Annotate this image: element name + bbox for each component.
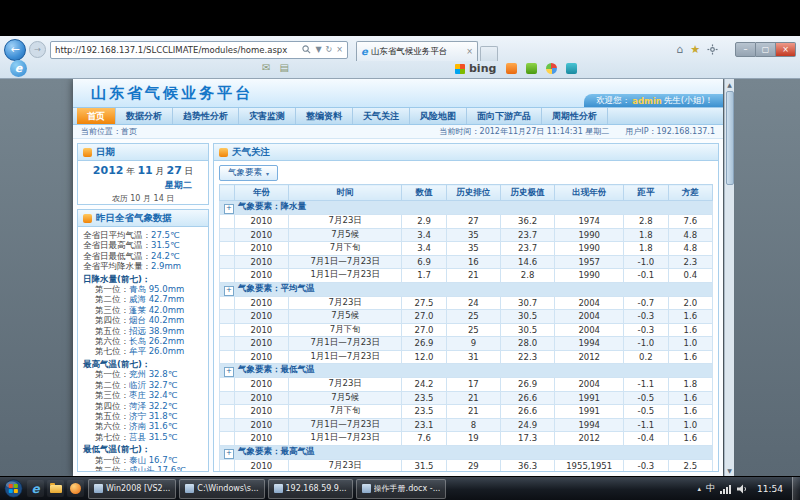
sun-icon — [219, 148, 228, 157]
table-row[interactable]: 20107月5候3.43523.719901.84.8 — [220, 228, 713, 242]
table-row[interactable]: 20107月23日24.21726.92004-1.11.8 — [220, 378, 713, 392]
media-shape — [70, 483, 81, 494]
date-panel-header: 日期 — [78, 144, 208, 161]
taskbar-button-1[interactable]: Win2008 [VS2... — [88, 479, 176, 499]
search-icon[interactable] — [302, 45, 311, 54]
weather-focus-panel: 天气关注 气象要素 ▾ 年份时间数值历史排位历史极值出现年份距平方 — [213, 143, 719, 472]
table-column-header: 历史极值 — [500, 185, 554, 201]
forward-button[interactable]: → — [29, 41, 46, 58]
ranking-value: 济宁 31.8℃ — [129, 411, 177, 421]
table-cell: -0.7 — [624, 296, 668, 310]
taskbar-button-2[interactable]: C:\Windows\s... — [179, 479, 264, 499]
pinwheel-icon[interactable] — [546, 63, 557, 74]
bing-label: bing — [469, 62, 496, 75]
nav-item-8[interactable]: 面向下游产品 — [467, 108, 542, 124]
close-button[interactable]: × — [776, 42, 796, 57]
mail-icon[interactable]: ✉ — [262, 63, 270, 73]
current-time-label: 当前时间：2012年11月27日 11:14:31 星期二 — [440, 126, 610, 137]
start-button[interactable] — [3, 479, 23, 499]
minimize-button[interactable]: – — [735, 42, 756, 57]
nav-item-9[interactable]: 周期性分析 — [542, 108, 608, 124]
refresh-icon[interactable]: ↻ — [326, 45, 333, 54]
table-row[interactable]: 20107月5候23.52126.61991-0.51.6 — [220, 391, 713, 405]
page-scrollbar[interactable]: ▲ ▼ — [724, 79, 734, 476]
table-row[interactable]: 20107月下旬3.43523.719901.84.8 — [220, 242, 713, 256]
table-row[interactable]: 20107月23日2.92736.219742.87.6 — [220, 215, 713, 229]
table-row[interactable]: 20107月5候27.02530.52004-0.31.6 — [220, 310, 713, 324]
browser-toolbar-right: ⌂ ★ – ▢ × — [676, 42, 796, 57]
ranking-value: 烟台 40.2mm — [129, 315, 184, 325]
bing-search[interactable]: bing — [455, 62, 496, 75]
ie-logo-icon[interactable]: e — [10, 60, 27, 77]
table-row[interactable]: 20101月1日—7月23日7.61917.32012-0.41.6 — [220, 432, 713, 446]
table-row[interactable]: 20107月1日—7月23日6.91614.61957-1.02.3 — [220, 255, 713, 269]
table-cell: 22.3 — [500, 350, 554, 364]
nav-item-5[interactable]: 整编资料 — [296, 108, 353, 124]
element-filter-button[interactable]: 气象要素 ▾ — [219, 165, 278, 181]
expand-icon[interactable]: + — [224, 204, 234, 214]
messenger-icon[interactable] — [526, 63, 537, 74]
autocomplete-dropdown-icon[interactable]: ▼ — [315, 45, 321, 54]
section-cell: +气象要素：降水量 — [220, 201, 713, 215]
address-bar[interactable]: http://192.168.137.1/SLCCLIMATE/modules/… — [50, 41, 348, 59]
taskbar-button-4[interactable]: 操作手册.docx -... — [356, 479, 447, 499]
summary-label: 全省日最低气温： — [83, 251, 151, 261]
table-row[interactable]: 20107月1日—7月23日26.9928.01994-1.01.0 — [220, 337, 713, 351]
tab-close-icon[interactable]: × — [466, 47, 473, 56]
explorer-folder-icon[interactable] — [47, 480, 64, 497]
scrollbar-thumb[interactable] — [726, 91, 734, 185]
nav-item-2[interactable]: 数据分析 — [116, 108, 173, 124]
hidden-icons-arrow[interactable]: ▴ — [698, 485, 702, 493]
nav-item-4[interactable]: 灾害监测 — [239, 108, 296, 124]
browser-tab[interactable]: e 山东省气候业务平台 × — [356, 41, 478, 61]
document-icon[interactable]: ▤ — [279, 63, 288, 73]
expand-icon[interactable]: + — [224, 449, 234, 459]
back-button[interactable]: ← — [4, 39, 26, 61]
table-cell: 21 — [446, 269, 500, 283]
new-tab-button[interactable] — [480, 46, 498, 61]
table-row[interactable]: 20101月1日—7月23日12.03122.320120.21.6 — [220, 350, 713, 364]
media-player-icon[interactable] — [67, 480, 84, 497]
table-section-row[interactable]: +气象要素：最低气温 — [220, 364, 713, 378]
home-icon[interactable]: ⌂ — [676, 44, 683, 55]
table-section-row[interactable]: +气象要素：平均气温 — [220, 282, 713, 296]
table-cell: -0.3 — [624, 310, 668, 324]
favorites-star-icon[interactable]: ★ — [690, 44, 700, 55]
expand-icon[interactable]: + — [224, 286, 234, 296]
ranking-label: 第一位： — [95, 455, 129, 465]
ie-taskbar-icon[interactable]: e — [27, 480, 44, 497]
volume-icon[interactable] — [737, 484, 748, 494]
scroll-down-icon[interactable]: ▼ — [725, 465, 734, 476]
date-day: 27 — [167, 164, 182, 177]
table-cell: -1.0 — [624, 255, 668, 269]
orange-app-icon[interactable] — [506, 63, 517, 74]
table-cell: 2.8 — [624, 215, 668, 229]
table-row[interactable]: 20107月1日—7月23日23.1824.91994-1.11.0 — [220, 418, 713, 432]
nav-item-7[interactable]: 风险地图 — [410, 108, 467, 124]
nav-item-3[interactable]: 趋势性分析 — [173, 108, 239, 124]
scroll-up-icon[interactable]: ▲ — [725, 79, 734, 90]
date-panel-body: 2012 年 11 月 27 日 星期二 农历 10 月 14 日 壬辰 年 辛… — [78, 161, 208, 205]
table-row[interactable]: 20101月1日—7月23日1.7212.81990-0.10.4 — [220, 269, 713, 283]
table-row[interactable]: 20107月下旬27.02530.52004-0.31.6 — [220, 323, 713, 337]
clock[interactable]: 11:54 — [757, 484, 783, 494]
table-row[interactable]: 20107月下旬23.52126.61991-0.51.6 — [220, 405, 713, 419]
stop-icon[interactable]: × — [336, 45, 343, 54]
nav-item-1[interactable]: 首页 — [77, 108, 116, 124]
show-desktop-button[interactable] — [792, 477, 800, 500]
weather-summary-line: 全省平均降水量：2.9mm — [83, 261, 203, 271]
network-icon[interactable] — [720, 484, 732, 494]
nav-item-6[interactable]: 天气关注 — [353, 108, 410, 124]
table-row[interactable]: 20107月23日31.52936.31955,1951-0.32.5 — [220, 459, 713, 471]
table-row[interactable]: 20107月23日27.52430.72004-0.72.0 — [220, 296, 713, 310]
input-method-indicator[interactable]: 中 — [706, 482, 715, 495]
table-section-row[interactable]: +气象要素：降水量 — [220, 201, 713, 215]
ranking-value: 青岛 95.0mm — [129, 284, 184, 294]
settings-gear-icon[interactable] — [707, 44, 718, 55]
table-section-row[interactable]: +气象要素：最高气温 — [220, 445, 713, 459]
taskbar-button-3[interactable]: 192.168.59.9... — [268, 479, 353, 499]
maximize-button[interactable]: ▢ — [756, 42, 776, 57]
table-cell: 2010 — [234, 418, 288, 432]
expand-icon[interactable]: + — [224, 367, 234, 377]
teal-app-icon[interactable] — [566, 63, 577, 74]
